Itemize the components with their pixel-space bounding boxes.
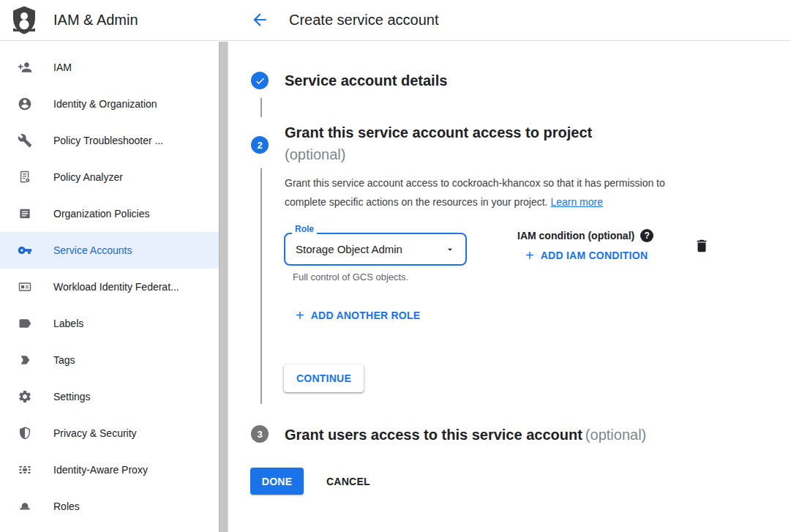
plus-icon: + <box>296 308 304 323</box>
id-card-icon <box>18 280 32 294</box>
sidebar-item-label: Tags <box>53 354 75 366</box>
role-field-label: Role <box>292 224 317 234</box>
sidebar-item-label: IAM <box>53 61 72 73</box>
iam-condition-label: IAM condition (optional) <box>517 230 634 241</box>
page-title: Create service account <box>289 12 439 29</box>
learn-more-link[interactable]: Learn more <box>550 196 603 208</box>
wrench-icon <box>18 133 32 148</box>
help-icon[interactable]: ? <box>640 229 653 242</box>
role-helper-text: Full control of GCS objects. <box>293 271 408 282</box>
back-button[interactable] <box>250 10 270 31</box>
check-icon <box>255 75 266 86</box>
sidebar-item-label: Settings <box>53 391 91 402</box>
chevron-down-icon <box>445 244 455 255</box>
sidebar-item-organization-policies[interactable]: Organization Policies <box>0 195 228 232</box>
sidebar-item-service-accounts[interactable]: Service Accounts <box>0 232 228 269</box>
sidebar-item-label: Privacy & Security <box>53 427 137 439</box>
shield-icon <box>18 426 32 441</box>
step3-title: Grant users access to this service accou… <box>285 426 646 443</box>
sidebar-item-label: Labels <box>53 318 83 329</box>
iam-condition-header: IAM condition (optional) ? <box>517 229 653 242</box>
sidebar-item-tags[interactable]: Tags <box>0 342 228 378</box>
sidebar-item-workload-identity-federation[interactable]: Workload Identity Federat... <box>0 269 228 305</box>
arrow-left-icon <box>250 10 269 29</box>
sidebar-item-label: Policy Analyzer <box>53 171 123 183</box>
sidebar-scrollbar-thumb[interactable] <box>219 42 228 532</box>
step3-number-circle: 3 <box>251 425 269 443</box>
cancel-button[interactable]: CANCEL <box>319 468 378 495</box>
sidebar-item-identity-organization[interactable]: Identity & Organization <box>0 86 228 122</box>
sidebar-item-labels[interactable]: Labels <box>0 305 228 342</box>
gear-icon <box>18 389 32 404</box>
sidebar-item-privacy-security[interactable]: Privacy & Security <box>0 415 228 452</box>
hat-icon <box>18 499 32 514</box>
sidebar-item-label: Organization Policies <box>53 208 150 220</box>
step2-number-circle: 2 <box>251 136 269 154</box>
account-circle-icon <box>18 97 32 111</box>
step3-optional-label: (optional) <box>585 427 646 443</box>
sidebar-item-label: Service Accounts <box>53 244 132 256</box>
step3-number: 3 <box>257 429 262 440</box>
iap-icon <box>18 462 32 477</box>
add-iam-condition-button[interactable]: + ADD IAM CONDITION <box>525 248 648 263</box>
sidebar-nav: IAM Identity & Organization Policy Troub… <box>0 41 228 532</box>
step2-description-text: Grant this service account access to coc… <box>285 177 665 208</box>
sidebar-item-policy-troubleshooter[interactable]: Policy Troubleshooter ... <box>0 122 228 159</box>
done-button[interactable]: DONE <box>250 468 304 495</box>
add-iam-condition-label: ADD IAM CONDITION <box>541 250 648 261</box>
iam-shield-logo-icon <box>11 6 37 35</box>
role-select[interactable]: Storage Object Admin <box>284 233 467 266</box>
add-another-role-label: ADD ANOTHER ROLE <box>311 310 421 321</box>
step2-title: Grant this service account access to pro… <box>285 123 592 142</box>
trash-icon <box>694 238 710 254</box>
sidebar-item-label: Identity-Aware Proxy <box>53 464 148 476</box>
step2-description: Grant this service account access to coc… <box>285 174 705 211</box>
sidebar-item-label: Roles <box>53 501 80 512</box>
step1-status-circle <box>251 72 269 89</box>
iam-admin-console: IAM & Admin Create service account IAM I… <box>0 0 791 532</box>
sidebar-item-identity-aware-proxy[interactable]: Identity-Aware Proxy <box>0 452 228 488</box>
service-account-key-icon <box>18 243 32 258</box>
sidebar-item-label: Policy Troubleshooter ... <box>53 135 163 146</box>
sidebar-item-settings[interactable]: Settings <box>0 378 228 415</box>
delete-role-button[interactable] <box>694 237 711 255</box>
person-add-icon <box>18 60 32 75</box>
step2-rail-line <box>260 168 262 404</box>
sidebar-item-roles[interactable]: Roles <box>0 488 228 525</box>
sidebar-item-policy-analyzer[interactable]: Policy Analyzer <box>0 159 228 195</box>
step3-title-text: Grant users access to this service accou… <box>285 427 582 443</box>
top-header-bar: IAM & Admin Create service account <box>0 0 791 41</box>
step2-optional-label: (optional) <box>285 145 345 164</box>
sidebar-item-label: Workload Identity Federat... <box>53 281 179 293</box>
create-service-account-panel: Service account details 2 Grant this ser… <box>228 41 791 532</box>
step-connector-line <box>260 98 262 117</box>
add-another-role-button[interactable]: + ADD ANOTHER ROLE <box>296 308 420 323</box>
continue-button[interactable]: CONTINUE <box>284 364 364 392</box>
step2-number: 2 <box>257 140 262 151</box>
sidebar-item-iam[interactable]: IAM <box>0 49 228 86</box>
document-lines-icon <box>18 206 32 221</box>
policy-analyzer-icon <box>18 170 32 184</box>
step1-title: Service account details <box>285 72 447 89</box>
label-icon <box>18 316 32 331</box>
tag-arrow-icon <box>18 353 32 367</box>
plus-icon: + <box>525 248 534 263</box>
sidebar-item-label: Identity & Organization <box>53 98 157 110</box>
role-selected-value: Storage Object Admin <box>296 243 445 255</box>
app-title: IAM & Admin <box>53 12 138 29</box>
